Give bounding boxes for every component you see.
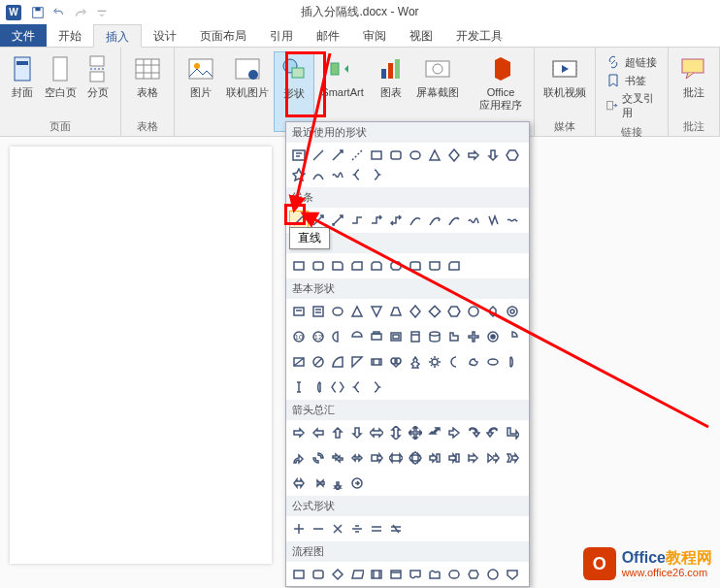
- shape-b32[interactable]: [425, 352, 444, 372]
- shape-a17[interactable]: [367, 448, 386, 468]
- shape-b29[interactable]: [367, 352, 386, 372]
- comment-button[interactable]: 批注: [674, 51, 713, 117]
- shape-b39[interactable]: [328, 377, 347, 397]
- shape-line[interactable]: [309, 146, 328, 165]
- shape-a19[interactable]: [406, 448, 425, 468]
- shape-a4[interactable]: [347, 423, 367, 442]
- shape-r2[interactable]: [309, 256, 328, 276]
- shape-a9[interactable]: [444, 423, 464, 442]
- shape-line-10[interactable]: [464, 211, 483, 230]
- shape-f10[interactable]: [464, 565, 483, 584]
- tab-file[interactable]: 文件: [0, 24, 47, 47]
- tab-developer[interactable]: 开发工具: [444, 24, 514, 47]
- shape-a8[interactable]: [425, 423, 444, 442]
- xref-button[interactable]: 交叉引用: [604, 90, 660, 121]
- shape-b34[interactable]: [464, 352, 483, 372]
- shape-a15[interactable]: [328, 448, 347, 468]
- shape-b18[interactable]: [386, 327, 406, 346]
- shape-b38[interactable]: [309, 377, 328, 397]
- shape-r7[interactable]: [406, 256, 425, 276]
- shape-textbox[interactable]: [289, 146, 309, 165]
- shape-a27[interactable]: [328, 474, 347, 493]
- shape-a5[interactable]: [367, 423, 386, 442]
- shape-b23[interactable]: [483, 327, 503, 346]
- shape-r6[interactable]: [386, 256, 406, 276]
- shape-diamond[interactable]: [444, 146, 464, 165]
- shape-r4[interactable]: [347, 256, 367, 276]
- shape-a12[interactable]: [503, 423, 522, 442]
- shape-f11[interactable]: [483, 565, 503, 584]
- shape-f4[interactable]: [347, 565, 367, 584]
- shape-b37[interactable]: [289, 377, 309, 397]
- shape-e1[interactable]: [289, 519, 309, 539]
- shape-a6[interactable]: [386, 423, 406, 442]
- shapes-button[interactable]: 形状: [274, 51, 314, 132]
- shape-r3[interactable]: [328, 256, 347, 276]
- shape-a25[interactable]: [289, 474, 309, 493]
- shape-e6[interactable]: [386, 519, 406, 539]
- chart-button[interactable]: 图表: [371, 51, 411, 132]
- shape-r1[interactable]: [289, 256, 309, 276]
- shape-star[interactable]: [289, 165, 309, 184]
- shape-f1[interactable]: [289, 565, 309, 584]
- shape-b13[interactable]: 10: [289, 327, 309, 346]
- tab-insert[interactable]: 插入: [93, 24, 142, 48]
- shape-line-arrow[interactable]: [328, 146, 347, 165]
- shape-b6[interactable]: [386, 302, 406, 321]
- shape-line-11[interactable]: [483, 211, 503, 230]
- shape-line-6[interactable]: [386, 211, 406, 230]
- shape-b24[interactable]: [503, 327, 522, 346]
- shape-line-4[interactable]: [347, 211, 367, 230]
- shape-r5[interactable]: [367, 256, 386, 276]
- shape-a18[interactable]: [386, 448, 406, 468]
- shape-f12[interactable]: [503, 565, 522, 584]
- shape-b17[interactable]: [367, 327, 386, 346]
- shape-a7[interactable]: [406, 423, 425, 442]
- tab-references[interactable]: 引用: [258, 24, 305, 47]
- shape-b5[interactable]: [367, 302, 386, 321]
- shape-triangle[interactable]: [425, 146, 444, 165]
- shape-b19[interactable]: [406, 327, 425, 346]
- shape-line-12[interactable]: [503, 211, 522, 230]
- blank-page-button[interactable]: 空白页: [41, 51, 80, 117]
- shape-b16[interactable]: [347, 327, 367, 346]
- shape-b9[interactable]: [444, 302, 464, 321]
- shape-a24[interactable]: [503, 448, 522, 468]
- shape-b26[interactable]: [309, 352, 328, 372]
- shape-a3[interactable]: [328, 423, 347, 442]
- shape-f8[interactable]: [425, 565, 444, 584]
- shape-b22[interactable]: [464, 327, 483, 346]
- shape-b3[interactable]: [328, 302, 347, 321]
- shape-a20[interactable]: [425, 448, 444, 468]
- shape-line-9[interactable]: [444, 211, 464, 230]
- shape-arrow-down[interactable]: [483, 146, 503, 165]
- shape-brace-l[interactable]: [347, 165, 367, 184]
- cover-page-button[interactable]: 封面: [6, 51, 39, 117]
- shape-f7[interactable]: [406, 565, 425, 584]
- shape-b10[interactable]: [464, 302, 483, 321]
- tab-mailings[interactable]: 邮件: [305, 24, 351, 47]
- shape-a26[interactable]: [309, 474, 328, 493]
- redo-button[interactable]: [70, 2, 91, 23]
- shape-a14[interactable]: [309, 448, 328, 468]
- shape-curve[interactable]: [309, 165, 328, 184]
- shapes-dropdown-panel[interactable]: 最近使用的形状 线条 矩形: [285, 121, 530, 587]
- shape-freeform[interactable]: [328, 165, 347, 184]
- shape-f5[interactable]: [367, 565, 386, 584]
- smartart-button[interactable]: SmartArt: [316, 51, 369, 132]
- shape-round-rect[interactable]: [386, 146, 406, 165]
- shape-a23[interactable]: [483, 448, 503, 468]
- shape-b12[interactable]: [503, 302, 522, 321]
- online-video-button[interactable]: 联机视频: [540, 51, 589, 117]
- shape-e3[interactable]: [328, 519, 347, 539]
- shape-b27[interactable]: [328, 352, 347, 372]
- shape-line-8[interactable]: [425, 211, 444, 230]
- shape-b21[interactable]: [444, 327, 464, 346]
- screenshot-button[interactable]: 屏幕截图: [413, 51, 462, 132]
- shape-b36[interactable]: [503, 352, 522, 372]
- shape-b31[interactable]: [406, 352, 425, 372]
- shape-b15[interactable]: [328, 327, 347, 346]
- shape-a21[interactable]: [444, 448, 464, 468]
- shape-e2[interactable]: [309, 519, 328, 539]
- shape-line-5[interactable]: [367, 211, 386, 230]
